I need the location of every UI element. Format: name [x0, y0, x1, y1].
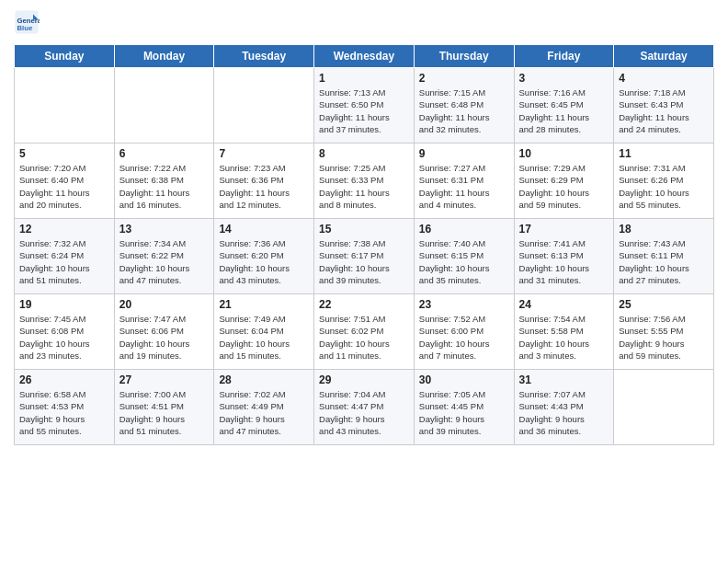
cell-content: Sunrise: 6:58 AM Sunset: 4:53 PM Dayligh… [19, 388, 109, 437]
calendar-cell: 16Sunrise: 7:40 AM Sunset: 6:15 PM Dayli… [414, 219, 514, 294]
day-number: 15 [319, 223, 409, 236]
calendar-cell: 28Sunrise: 7:02 AM Sunset: 4:49 PM Dayli… [214, 370, 314, 445]
calendar-cell [614, 370, 714, 445]
calendar-cell: 8Sunrise: 7:25 AM Sunset: 6:33 PM Daylig… [314, 144, 415, 219]
cell-content: Sunrise: 7:32 AM Sunset: 6:24 PM Dayligh… [19, 237, 109, 286]
day-number: 2 [419, 72, 509, 85]
cell-content: Sunrise: 7:31 AM Sunset: 6:26 PM Dayligh… [619, 162, 709, 211]
calendar-cell: 4Sunrise: 7:18 AM Sunset: 6:43 PM Daylig… [614, 68, 714, 144]
day-number: 25 [619, 298, 709, 311]
calendar-cell: 5Sunrise: 7:20 AM Sunset: 6:40 PM Daylig… [15, 144, 115, 219]
calendar-cell: 30Sunrise: 7:05 AM Sunset: 4:45 PM Dayli… [414, 370, 514, 445]
cell-content: Sunrise: 7:07 AM Sunset: 4:43 PM Dayligh… [519, 388, 609, 437]
day-number: 27 [119, 373, 210, 386]
logo: General Blue [14, 9, 43, 35]
day-number: 9 [419, 147, 509, 160]
cell-content: Sunrise: 7:38 AM Sunset: 6:17 PM Dayligh… [319, 237, 409, 286]
day-number: 20 [119, 298, 210, 311]
cell-content: Sunrise: 7:13 AM Sunset: 6:50 PM Dayligh… [319, 86, 409, 135]
cell-content: Sunrise: 7:49 AM Sunset: 6:04 PM Dayligh… [219, 313, 309, 362]
logo-icon: General Blue [14, 9, 40, 35]
calendar-cell: 3Sunrise: 7:16 AM Sunset: 6:45 PM Daylig… [514, 68, 614, 144]
cell-content: Sunrise: 7:15 AM Sunset: 6:48 PM Dayligh… [419, 86, 509, 135]
day-number: 1 [319, 72, 409, 85]
day-number: 5 [19, 147, 109, 160]
cell-content: Sunrise: 7:45 AM Sunset: 6:08 PM Dayligh… [19, 313, 109, 362]
calendar-cell: 23Sunrise: 7:52 AM Sunset: 6:00 PM Dayli… [414, 294, 514, 370]
day-header-tuesday: Tuesday [214, 45, 314, 68]
calendar-cell: 18Sunrise: 7:43 AM Sunset: 6:11 PM Dayli… [614, 219, 714, 294]
cell-content: Sunrise: 7:51 AM Sunset: 6:02 PM Dayligh… [319, 313, 409, 362]
day-number: 10 [519, 147, 609, 160]
cell-content: Sunrise: 7:18 AM Sunset: 6:43 PM Dayligh… [619, 86, 709, 135]
cell-content: Sunrise: 7:00 AM Sunset: 4:51 PM Dayligh… [119, 388, 210, 437]
cell-content: Sunrise: 7:40 AM Sunset: 6:15 PM Dayligh… [419, 237, 509, 286]
calendar-cell: 27Sunrise: 7:00 AM Sunset: 4:51 PM Dayli… [114, 370, 214, 445]
cell-content: Sunrise: 7:22 AM Sunset: 6:38 PM Dayligh… [119, 162, 210, 211]
calendar-cell: 26Sunrise: 6:58 AM Sunset: 4:53 PM Dayli… [15, 370, 115, 445]
cell-content: Sunrise: 7:20 AM Sunset: 6:40 PM Dayligh… [19, 162, 109, 211]
calendar-cell: 12Sunrise: 7:32 AM Sunset: 6:24 PM Dayli… [15, 219, 115, 294]
day-header-thursday: Thursday [414, 45, 514, 68]
day-header-saturday: Saturday [614, 45, 714, 68]
calendar-table: SundayMondayTuesdayWednesdayThursdayFrid… [14, 44, 714, 445]
calendar-cell: 15Sunrise: 7:38 AM Sunset: 6:17 PM Dayli… [314, 219, 415, 294]
calendar-cell: 29Sunrise: 7:04 AM Sunset: 4:47 PM Dayli… [314, 370, 415, 445]
calendar-cell: 14Sunrise: 7:36 AM Sunset: 6:20 PM Dayli… [214, 219, 314, 294]
day-header-friday: Friday [514, 45, 614, 68]
calendar-cell: 2Sunrise: 7:15 AM Sunset: 6:48 PM Daylig… [414, 68, 514, 144]
svg-text:Blue: Blue [17, 24, 33, 32]
calendar-cell: 21Sunrise: 7:49 AM Sunset: 6:04 PM Dayli… [214, 294, 314, 370]
cell-content: Sunrise: 7:56 AM Sunset: 5:55 PM Dayligh… [619, 313, 709, 362]
day-number: 8 [319, 147, 409, 160]
day-number: 4 [619, 72, 709, 85]
calendar-cell: 25Sunrise: 7:56 AM Sunset: 5:55 PM Dayli… [614, 294, 714, 370]
day-header-sunday: Sunday [15, 45, 115, 68]
calendar-cell: 17Sunrise: 7:41 AM Sunset: 6:13 PM Dayli… [514, 219, 614, 294]
cell-content: Sunrise: 7:23 AM Sunset: 6:36 PM Dayligh… [219, 162, 309, 211]
day-header-monday: Monday [114, 45, 214, 68]
calendar-cell: 20Sunrise: 7:47 AM Sunset: 6:06 PM Dayli… [114, 294, 214, 370]
day-number: 16 [419, 223, 509, 236]
day-number: 7 [219, 147, 309, 160]
calendar-cell: 19Sunrise: 7:45 AM Sunset: 6:08 PM Dayli… [15, 294, 115, 370]
day-number: 26 [19, 373, 109, 386]
cell-content: Sunrise: 7:16 AM Sunset: 6:45 PM Dayligh… [519, 86, 609, 135]
cell-content: Sunrise: 7:43 AM Sunset: 6:11 PM Dayligh… [619, 237, 709, 286]
day-number: 3 [519, 72, 609, 85]
cell-content: Sunrise: 7:25 AM Sunset: 6:33 PM Dayligh… [319, 162, 409, 211]
day-header-wednesday: Wednesday [314, 45, 415, 68]
cell-content: Sunrise: 7:02 AM Sunset: 4:49 PM Dayligh… [219, 388, 309, 437]
day-number: 31 [519, 373, 609, 386]
calendar-cell: 24Sunrise: 7:54 AM Sunset: 5:58 PM Dayli… [514, 294, 614, 370]
cell-content: Sunrise: 7:27 AM Sunset: 6:31 PM Dayligh… [419, 162, 509, 211]
day-number: 13 [119, 223, 210, 236]
day-number: 24 [519, 298, 609, 311]
calendar-cell: 9Sunrise: 7:27 AM Sunset: 6:31 PM Daylig… [414, 144, 514, 219]
day-number: 21 [219, 298, 309, 311]
calendar-cell: 31Sunrise: 7:07 AM Sunset: 4:43 PM Dayli… [514, 370, 614, 445]
calendar-cell: 11Sunrise: 7:31 AM Sunset: 6:26 PM Dayli… [614, 144, 714, 219]
day-number: 30 [419, 373, 509, 386]
day-number: 12 [19, 223, 109, 236]
day-number: 22 [319, 298, 409, 311]
calendar-cell [15, 68, 115, 144]
calendar-cell: 7Sunrise: 7:23 AM Sunset: 6:36 PM Daylig… [214, 144, 314, 219]
day-number: 6 [119, 147, 210, 160]
day-number: 29 [319, 373, 409, 386]
day-number: 17 [519, 223, 609, 236]
cell-content: Sunrise: 7:41 AM Sunset: 6:13 PM Dayligh… [519, 237, 609, 286]
cell-content: Sunrise: 7:04 AM Sunset: 4:47 PM Dayligh… [319, 388, 409, 437]
day-number: 11 [619, 147, 709, 160]
calendar-cell: 1Sunrise: 7:13 AM Sunset: 6:50 PM Daylig… [314, 68, 415, 144]
calendar-cell: 22Sunrise: 7:51 AM Sunset: 6:02 PM Dayli… [314, 294, 415, 370]
cell-content: Sunrise: 7:05 AM Sunset: 4:45 PM Dayligh… [419, 388, 509, 437]
cell-content: Sunrise: 7:54 AM Sunset: 5:58 PM Dayligh… [519, 313, 609, 362]
day-number: 14 [219, 223, 309, 236]
day-number: 23 [419, 298, 509, 311]
day-number: 19 [19, 298, 109, 311]
day-number: 18 [619, 223, 709, 236]
cell-content: Sunrise: 7:36 AM Sunset: 6:20 PM Dayligh… [219, 237, 309, 286]
calendar-cell: 6Sunrise: 7:22 AM Sunset: 6:38 PM Daylig… [114, 144, 214, 219]
calendar-cell [114, 68, 214, 144]
